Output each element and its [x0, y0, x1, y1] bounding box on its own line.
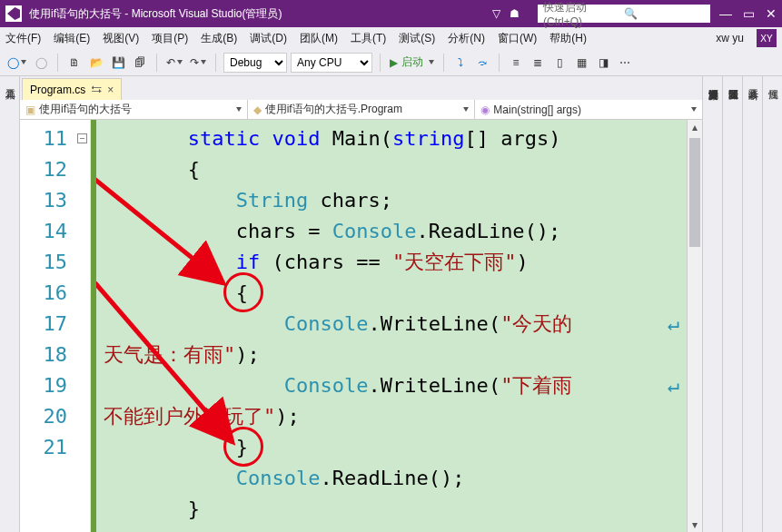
- window-controls: — ▭ ✕: [719, 6, 777, 21]
- menu-debug[interactable]: 调试(D): [250, 31, 287, 46]
- tab-strip: Program.cs ⮀ ×: [20, 76, 702, 100]
- step-into-icon[interactable]: ⤵: [451, 53, 470, 73]
- pin-icon[interactable]: ⮀: [91, 84, 102, 96]
- close-button[interactable]: ✕: [766, 6, 777, 21]
- toolbar: ◯ ◯ 🗎 📂 💾 🗐 ↶ ↷ Debug Any CPU ▶ 启动 ⤵ ⤼ ≡…: [0, 49, 782, 76]
- menu-edit[interactable]: 编辑(E): [54, 31, 90, 46]
- menu-build[interactable]: 生成(B): [201, 31, 237, 46]
- right-panel-properties[interactable]: 属性: [762, 76, 782, 532]
- title-bar: 使用if语句的大括号 - Microsoft Visual Studio(管理员…: [0, 0, 782, 27]
- config-select[interactable]: Debug: [223, 53, 287, 73]
- intellisense-icon[interactable]: ◨: [594, 53, 612, 73]
- code-text[interactable]: static void Main(string[] args) { String…: [96, 120, 687, 532]
- scroll-up-icon[interactable]: ▴: [688, 120, 702, 134]
- left-panel-toolbox[interactable]: 工具箱: [0, 76, 20, 532]
- menu-view[interactable]: 视图(V): [103, 31, 139, 46]
- format-icon[interactable]: ▦: [572, 53, 590, 73]
- fold-gutter[interactable]: [74, 120, 91, 532]
- platform-select[interactable]: Any CPU: [291, 53, 372, 73]
- quick-launch-placeholder: 快速启动 (Ctrl+Q): [543, 0, 624, 28]
- nav-fwd-button[interactable]: ◯: [32, 53, 50, 73]
- line-gutter: 111213 141516 1718 1920 21: [20, 120, 74, 532]
- window-title: 使用if语句的大括号 - Microsoft Visual Studio(管理员…: [29, 6, 492, 22]
- quick-launch-input[interactable]: 快速启动 (Ctrl+Q) 🔍: [538, 5, 710, 23]
- code-nav-bar: ▣ 使用if语句的大括号 ◆ 使用if语句的大括号.Program ◉ Main…: [20, 100, 702, 120]
- search-icon: 🔍: [624, 7, 705, 20]
- step-over-icon[interactable]: ⤼: [473, 53, 491, 73]
- svg-line-1: [96, 211, 233, 442]
- notifications-icon[interactable]: ▽: [492, 7, 500, 20]
- wrap-glyph-icon: ↵: [668, 370, 679, 401]
- maximize-button[interactable]: ▭: [743, 6, 755, 21]
- nav-method[interactable]: ◉ Main(string[] args): [475, 100, 702, 119]
- fold-marker-icon[interactable]: [77, 133, 87, 143]
- more-icon[interactable]: ⋯: [616, 53, 634, 73]
- nav-back-button[interactable]: ◯: [5, 53, 28, 73]
- editor: Program.cs ⮀ × ▣ 使用if语句的大括号 ◆ 使用if语句的大括号…: [20, 76, 702, 532]
- right-panel-solution[interactable]: 解决方案资源管理器: [702, 76, 722, 532]
- save-all-icon[interactable]: 🗐: [131, 53, 149, 73]
- scroll-down-icon[interactable]: ▾: [688, 517, 702, 532]
- menu-bar: 文件(F) 编辑(E) 视图(V) 项目(P) 生成(B) 调试(D) 团队(M…: [0, 27, 782, 49]
- menu-window[interactable]: 窗口(W): [498, 31, 537, 46]
- user-avatar[interactable]: XY: [757, 29, 777, 47]
- save-icon[interactable]: 💾: [109, 53, 127, 73]
- menu-file[interactable]: 文件(F): [5, 31, 41, 46]
- vs-logo-icon: [5, 5, 22, 22]
- menu-team[interactable]: 团队(M): [300, 31, 338, 46]
- user-name[interactable]: xw yu: [716, 32, 744, 44]
- menu-analyze[interactable]: 分析(N): [448, 31, 485, 46]
- nav-class[interactable]: ◆ 使用if语句的大括号.Program: [248, 100, 476, 119]
- comment-icon[interactable]: ≡: [507, 53, 525, 73]
- menu-tools[interactable]: 工具(T): [351, 31, 386, 46]
- document-tab[interactable]: Program.cs ⮀ ×: [22, 78, 122, 100]
- tab-label: Program.cs: [30, 84, 85, 96]
- uncomment-icon[interactable]: ≣: [529, 53, 547, 73]
- undo-button[interactable]: ↶: [164, 53, 184, 73]
- wrap-glyph-icon: ↵: [668, 309, 679, 340]
- nav-project[interactable]: ▣ 使用if语句的大括号: [20, 100, 248, 119]
- menu-test[interactable]: 测试(S): [399, 31, 435, 46]
- redo-button[interactable]: ↷: [188, 53, 208, 73]
- code-view: 111213 141516 1718 1920 21 static void M…: [20, 120, 702, 532]
- work-area: 工具箱 Program.cs ⮀ × ▣ 使用if语句的大括号 ◆ 使用if语句…: [0, 76, 782, 532]
- new-project-icon[interactable]: 🗎: [65, 53, 84, 73]
- vertical-scrollbar[interactable]: ▴ ▾: [687, 120, 702, 532]
- annotation-arrow-icon: [96, 202, 269, 465]
- tab-close-icon[interactable]: ×: [107, 84, 114, 96]
- menu-help[interactable]: 帮助(H): [549, 31, 587, 46]
- open-file-icon[interactable]: 📂: [87, 53, 105, 73]
- menu-project[interactable]: 项目(P): [152, 31, 188, 46]
- right-panel-team[interactable]: 团队资源管理器: [722, 76, 742, 532]
- right-panel-diagnostics[interactable]: 诊断工具: [742, 76, 762, 532]
- feedback-icon[interactable]: ☗: [510, 7, 520, 20]
- minimize-button[interactable]: —: [719, 6, 732, 21]
- scroll-thumb[interactable]: [689, 138, 700, 247]
- bookmark-icon[interactable]: ▯: [550, 53, 569, 73]
- start-debug-button[interactable]: ▶ 启动: [388, 53, 436, 73]
